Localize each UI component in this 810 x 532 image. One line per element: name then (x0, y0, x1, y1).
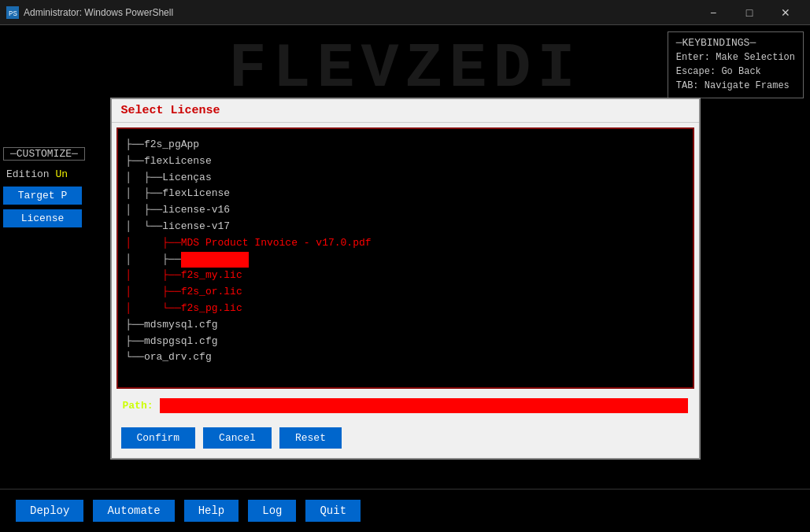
tree-prefix-7: │ ├── (126, 252, 181, 268)
tree-item-13: └──ora_drv.cfg (126, 349, 685, 366)
title-bar-left: PS Administrator: Windows PowerShell (6, 6, 173, 19)
tree-item-7-row[interactable]: │ ├──f2s_ms.lic (126, 252, 685, 268)
main-content: FLEVZEDI ─KEYBINDINGS─ Enter: Make Selec… (0, 25, 810, 532)
tree-item-4: │ ├──license-v16 (126, 202, 685, 219)
tree-item-10: │ └──f2s_pg.lic (126, 301, 685, 317)
reset-button[interactable]: Reset (279, 427, 342, 449)
minimize-button[interactable]: − (695, 0, 731, 25)
path-row: Path: C:\flexLicense\license-v17\f2s_ms.… (117, 393, 694, 418)
modal-title: Select License (112, 99, 699, 123)
window-title: Administrator: Windows PowerShell (24, 7, 173, 18)
tree-item-selected[interactable]: f2s_ms.lic (181, 252, 249, 268)
select-license-modal: Select License ├──f2s_pgApp ├──flexLicen… (110, 98, 701, 460)
cancel-button[interactable]: Cancel (203, 427, 272, 449)
tree-item-1: ├──flexLicense (126, 153, 685, 170)
close-button[interactable]: ✕ (767, 0, 804, 25)
title-bar: PS Administrator: Windows PowerShell − □… (0, 0, 810, 25)
tree-item-3: │ ├──flexLicense (126, 186, 685, 202)
tree-item-12: ├──mdspgsql.cfg (126, 334, 685, 350)
title-bar-controls: − □ ✕ (695, 0, 804, 25)
tree-item-0: ├──f2s_pgApp (126, 137, 685, 153)
svg-text:PS: PS (9, 10, 17, 18)
path-label: Path: (123, 400, 153, 412)
tree-item-2: │ ├──Licenças (126, 170, 685, 187)
tree-item-5: │ └──license-v17 (126, 219, 685, 235)
tree-item-6: │ ├──MDS Product Invoice - v17.0.pdf (126, 235, 685, 252)
modal-overlay: Select License ├──f2s_pgApp ├──flexLicen… (0, 25, 810, 532)
powershell-icon: PS (6, 6, 19, 19)
tree-item-9: │ ├──f2s_or.lic (126, 284, 685, 301)
modal-buttons: Confirm Cancel Reset (112, 423, 699, 458)
confirm-button[interactable]: Confirm (121, 427, 196, 449)
path-value: C:\flexLicense\license-v17\f2s_ms.lic (160, 398, 688, 413)
tree-item-11: ├──mdsmysql.cfg (126, 317, 685, 334)
file-tree: ├──f2s_pgApp ├──flexLicense │ ├──Licença… (117, 127, 694, 389)
tree-item-8: │ ├──f2s_my.lic (126, 268, 685, 284)
maximize-button[interactable]: □ (731, 0, 767, 25)
